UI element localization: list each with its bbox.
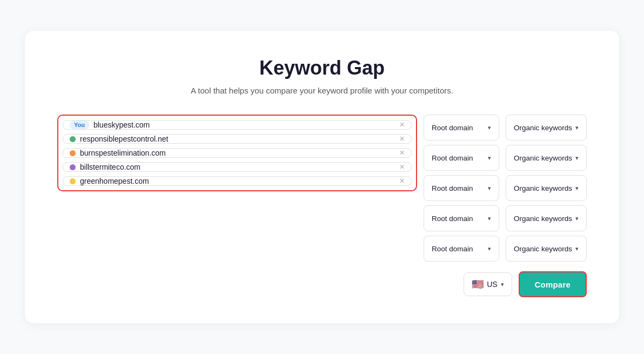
keyword-chevron-1: ▾ xyxy=(575,155,579,162)
keyword-label-2: Organic keywords xyxy=(514,184,572,192)
scope-label-0: Root domain xyxy=(432,124,473,132)
page-container: Keyword Gap A tool that helps you compar… xyxy=(25,31,619,323)
keyword-chevron-4: ▾ xyxy=(575,245,579,252)
clear-icon-4[interactable]: × xyxy=(400,177,405,185)
clear-icon-0[interactable]: × xyxy=(400,121,405,129)
keyword-chevron-3: ▾ xyxy=(575,215,579,222)
bottom-bar: 🇺🇸 US ▾ Compare xyxy=(57,271,587,297)
you-badge: You xyxy=(70,121,89,129)
domain-input-wrapper-3: × xyxy=(63,162,412,172)
keyword-dropdown-4[interactable]: Organic keywords▾ xyxy=(506,236,587,262)
domain-inputs-group: You××××× xyxy=(57,115,417,191)
compare-button[interactable]: Compare xyxy=(519,271,587,297)
row-right-2: Root domain▾Organic keywords▾ xyxy=(424,175,587,201)
scope-dropdown-4[interactable]: Root domain▾ xyxy=(424,236,499,262)
domain-input-4[interactable] xyxy=(80,177,395,185)
scope-dropdown-2[interactable]: Root domain▾ xyxy=(424,175,499,201)
domain-input-1[interactable] xyxy=(80,135,395,143)
row-right-4: Root domain▾Organic keywords▾ xyxy=(424,236,587,262)
clear-icon-3[interactable]: × xyxy=(400,163,405,171)
scope-label-3: Root domain xyxy=(432,215,473,223)
clear-icon-2[interactable]: × xyxy=(400,149,405,157)
keyword-label-4: Organic keywords xyxy=(514,245,572,253)
domain-input-wrapper-1: × xyxy=(63,134,412,144)
dot-1 xyxy=(70,136,76,142)
scope-label-4: Root domain xyxy=(432,245,473,253)
keyword-label-0: Organic keywords xyxy=(514,124,572,132)
row-right-1: Root domain▾Organic keywords▾ xyxy=(424,145,587,171)
keyword-dropdown-1[interactable]: Organic keywords▾ xyxy=(506,145,587,171)
domain-input-3[interactable] xyxy=(80,163,395,171)
keyword-dropdown-0[interactable]: Organic keywords▾ xyxy=(506,115,587,141)
domain-input-wrapper-4: × xyxy=(63,176,412,186)
keyword-dropdown-2[interactable]: Organic keywords▾ xyxy=(506,175,587,201)
keyword-chevron-2: ▾ xyxy=(575,185,579,192)
scope-chevron-4: ▾ xyxy=(488,245,491,252)
country-flag: 🇺🇸 xyxy=(472,278,484,290)
clear-icon-1[interactable]: × xyxy=(400,135,405,143)
row-right-3: Root domain▾Organic keywords▾ xyxy=(424,205,587,231)
domain-input-0[interactable] xyxy=(93,121,395,129)
scope-dropdown-3[interactable]: Root domain▾ xyxy=(424,205,499,231)
dot-4 xyxy=(70,178,76,184)
scope-chevron-2: ▾ xyxy=(488,185,491,192)
scope-dropdown-1[interactable]: Root domain▾ xyxy=(424,145,499,171)
page-subtitle: A tool that helps you compare your keywo… xyxy=(57,86,587,95)
keyword-chevron-0: ▾ xyxy=(575,124,579,131)
domain-input-wrapper-0: You× xyxy=(63,120,412,130)
domain-input-2[interactable] xyxy=(80,149,395,157)
scope-dropdown-0[interactable]: Root domain▾ xyxy=(424,115,499,141)
scope-chevron-3: ▾ xyxy=(488,215,491,222)
page-title: Keyword Gap xyxy=(57,57,587,79)
dot-2 xyxy=(70,150,76,156)
country-selector[interactable]: 🇺🇸 US ▾ xyxy=(464,272,512,296)
scope-label-1: Root domain xyxy=(432,154,473,162)
scope-chevron-0: ▾ xyxy=(488,124,491,131)
row-right-0: Root domain▾Organic keywords▾ xyxy=(424,115,587,141)
main-content: You××××× Root domain▾Organic keywords▾Ro… xyxy=(57,115,587,297)
domain-input-wrapper-2: × xyxy=(63,148,412,158)
dropdowns-column: Root domain▾Organic keywords▾Root domain… xyxy=(424,115,587,262)
country-code: US xyxy=(487,280,497,289)
keyword-dropdown-3[interactable]: Organic keywords▾ xyxy=(506,205,587,231)
keyword-label-1: Organic keywords xyxy=(514,154,572,162)
scope-chevron-1: ▾ xyxy=(488,155,491,162)
scope-label-2: Root domain xyxy=(432,184,473,192)
dot-3 xyxy=(70,164,76,170)
country-chevron: ▾ xyxy=(501,281,504,288)
keyword-label-3: Organic keywords xyxy=(514,215,572,223)
